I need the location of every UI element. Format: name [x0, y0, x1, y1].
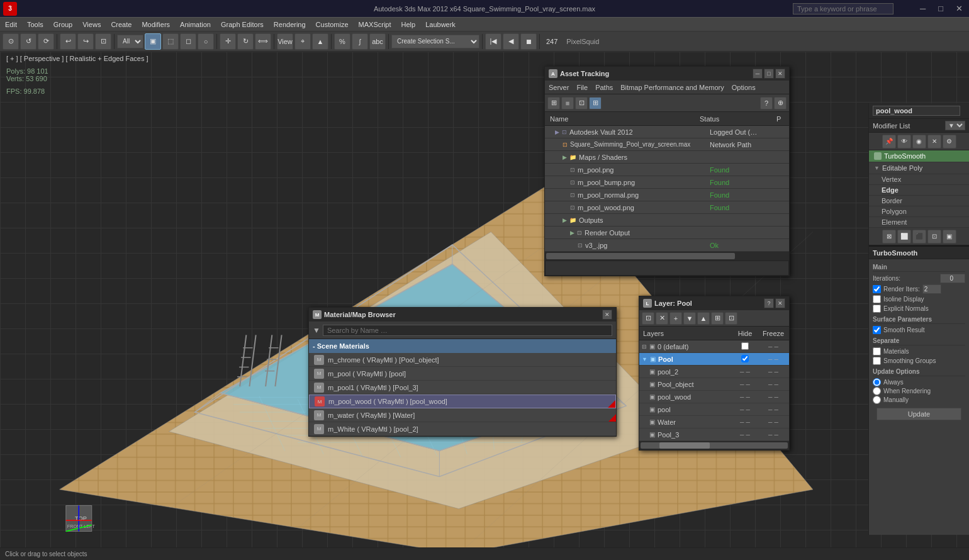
- at-col-p[interactable]: P: [776, 115, 789, 123]
- tb-icon-8[interactable]: abc: [369, 33, 386, 50]
- layer-freeze-btn[interactable]: ─ ─: [758, 394, 789, 400]
- layer-freeze-btn[interactable]: ─ ─: [758, 406, 789, 413]
- tool-btn-3[interactable]: ⟳: [38, 33, 54, 50]
- render-iters-input[interactable]: [922, 284, 941, 294]
- table-row[interactable]: ▶ 📁 Maps / Shaders: [545, 151, 789, 164]
- at-tb-2[interactable]: ≡: [561, 97, 574, 109]
- at-menu-server[interactable]: Server: [549, 84, 569, 91]
- tb-icon-7[interactable]: ∫: [352, 33, 368, 50]
- select-mode-dropdown[interactable]: All: [117, 35, 143, 48]
- layer-hide-checkbox[interactable]: [741, 342, 749, 350]
- table-row[interactable]: ▶ 📁 Outputs: [545, 214, 789, 227]
- move-btn[interactable]: ✛: [220, 33, 236, 50]
- mod-bottom-btn1[interactable]: ⊠: [882, 230, 896, 244]
- lp-close-btn[interactable]: ✕: [775, 298, 785, 308]
- lp-tb-4[interactable]: ▼: [683, 312, 696, 325]
- lp-tb-3[interactable]: +: [669, 312, 682, 325]
- menu-rendering[interactable]: Rendering: [269, 18, 311, 31]
- table-row[interactable]: ⊡ m_pool.png Found: [545, 164, 789, 176]
- table-row[interactable]: ⊡ m_pool_wood.png Found: [545, 201, 789, 214]
- close-button[interactable]: ✕: [949, 0, 969, 18]
- layer-hide-btn[interactable]: ─ ─: [732, 394, 758, 400]
- layer-row-pool-wood[interactable]: ▣ pool_wood ─ ─ ─ ─: [639, 391, 789, 403]
- material-item-white[interactable]: M m_White ( VRayMtl ) [pool_2]: [309, 422, 616, 436]
- layer-hide-checkbox[interactable]: [741, 355, 749, 362]
- anim-btn-2[interactable]: ◀: [503, 33, 519, 50]
- layer-freeze-btn[interactable]: ─ ─: [758, 369, 789, 375]
- menu-group[interactable]: Group: [48, 18, 78, 31]
- subobj-border[interactable]: Border: [869, 196, 969, 206]
- select-region-btn[interactable]: ⬚: [162, 33, 179, 50]
- menu-customize[interactable]: Customize: [311, 18, 354, 31]
- rotate-btn[interactable]: ↻: [237, 33, 254, 50]
- select-object-btn[interactable]: ▣: [145, 33, 161, 50]
- when-rendering-radio[interactable]: [873, 387, 881, 395]
- table-row[interactable]: ⊡ Square_Swimming_Pool_vray_screen.max N…: [545, 138, 789, 151]
- mod-show-btn[interactable]: 👁: [897, 135, 911, 148]
- layer-row-pool-object[interactable]: ▣ Pool_object ─ ─ ─ ─: [639, 378, 789, 391]
- subobj-edge[interactable]: Edge: [869, 185, 969, 196]
- layer-hide-btn[interactable]: [732, 342, 758, 351]
- layer-freeze-btn[interactable]: ─ ─: [758, 419, 789, 425]
- at-tb-expand[interactable]: ⊕: [774, 97, 787, 109]
- layer-row-pool[interactable]: ▼ ▣ Pool ─ ─: [639, 353, 789, 366]
- layer-hide-btn[interactable]: ─ ─: [732, 432, 758, 438]
- table-row[interactable]: ⊡ v3_.jpg Ok: [545, 239, 789, 252]
- layer-freeze-btn[interactable]: ─ ─: [758, 432, 789, 438]
- menu-maxscript[interactable]: MAXScript: [354, 18, 396, 31]
- menu-tools[interactable]: Tools: [22, 18, 48, 31]
- at-scrollbar[interactable]: [545, 252, 789, 260]
- scale-btn[interactable]: ⟺: [255, 33, 271, 50]
- select-circle-btn[interactable]: ○: [198, 33, 214, 50]
- modifier-turbosmooth[interactable]: TurboSmooth: [869, 150, 969, 162]
- layer-hide-btn[interactable]: [732, 355, 758, 364]
- at-path-input[interactable]: [545, 260, 789, 276]
- menu-animation[interactable]: Animation: [175, 18, 216, 31]
- lp-tb-2[interactable]: ✕: [656, 312, 668, 325]
- menu-create[interactable]: Create: [106, 18, 137, 31]
- mod-bottom-btn2[interactable]: ⬜: [897, 230, 911, 244]
- always-radio[interactable]: [873, 378, 881, 386]
- at-menu-bitmap[interactable]: Bitmap Performance and Memory: [620, 84, 724, 91]
- at-menu-paths[interactable]: Paths: [595, 84, 613, 91]
- modifier-editable-poly[interactable]: ▼ Editable Poly: [869, 162, 969, 174]
- iterations-input[interactable]: [940, 274, 965, 283]
- lp-tb-7[interactable]: ⊡: [725, 312, 737, 325]
- update-button[interactable]: Update: [877, 408, 961, 420]
- table-row[interactable]: ▶ ⊡ Autodesk Vault 2012 Logged Out (…: [545, 126, 789, 138]
- main-viewport[interactable]: [ + ] [ Perspective ] [ Realistic + Edge…: [0, 52, 969, 547]
- minimize-button[interactable]: ─: [914, 0, 932, 18]
- lp-help-btn[interactable]: ?: [764, 298, 774, 308]
- mod-show2-btn[interactable]: ◉: [912, 135, 926, 148]
- at-minimize-btn[interactable]: ─: [753, 69, 763, 79]
- at-menu-file[interactable]: File: [576, 84, 588, 91]
- lp-tb-1[interactable]: ⊡: [642, 312, 654, 325]
- mod-config-btn[interactable]: ⚙: [943, 135, 956, 148]
- mod-bottom-btn3[interactable]: ⬛: [912, 230, 926, 244]
- render-iters-checkbox[interactable]: [873, 285, 881, 293]
- menu-edit[interactable]: Edit: [0, 18, 22, 31]
- table-row[interactable]: ▶ ⊡ Render Output: [545, 227, 789, 239]
- layer-freeze-btn[interactable]: ─ ─: [758, 356, 789, 362]
- subobj-element[interactable]: Element: [869, 217, 969, 228]
- smoothing-groups-checkbox[interactable]: [873, 357, 881, 365]
- lp-tb-6[interactable]: ⊞: [711, 312, 724, 325]
- layer-freeze-btn[interactable]: ─ ─: [758, 381, 789, 388]
- layer-row-pool-lower[interactable]: ▣ pool ─ ─ ─ ─: [639, 403, 789, 416]
- object-name-field[interactable]: pool_wood: [873, 106, 960, 116]
- smooth-result-checkbox[interactable]: [873, 326, 881, 334]
- manually-radio[interactable]: [873, 396, 881, 404]
- menu-views[interactable]: Views: [77, 18, 106, 31]
- tb-icon-6[interactable]: ▲: [312, 33, 328, 50]
- tool-btn-2[interactable]: ↺: [20, 33, 36, 50]
- mb-close-btn[interactable]: ✕: [602, 310, 612, 320]
- at-col-status[interactable]: Status: [695, 115, 776, 123]
- tb-icon-5[interactable]: ⌖: [294, 33, 311, 50]
- layer-hide-btn[interactable]: ─ ─: [732, 406, 758, 413]
- table-row[interactable]: ⊡ m_pool_normal.png Found: [545, 189, 789, 201]
- menu-laubwerk[interactable]: Laubwerk: [420, 18, 461, 31]
- at-tb-1[interactable]: ⊞: [547, 97, 560, 109]
- mod-bottom-btn5[interactable]: ▣: [943, 230, 956, 244]
- layer-row-water[interactable]: ▣ Water ─ ─ ─ ─: [639, 416, 789, 428]
- modifier-list-dropdown[interactable]: ▼: [945, 121, 965, 130]
